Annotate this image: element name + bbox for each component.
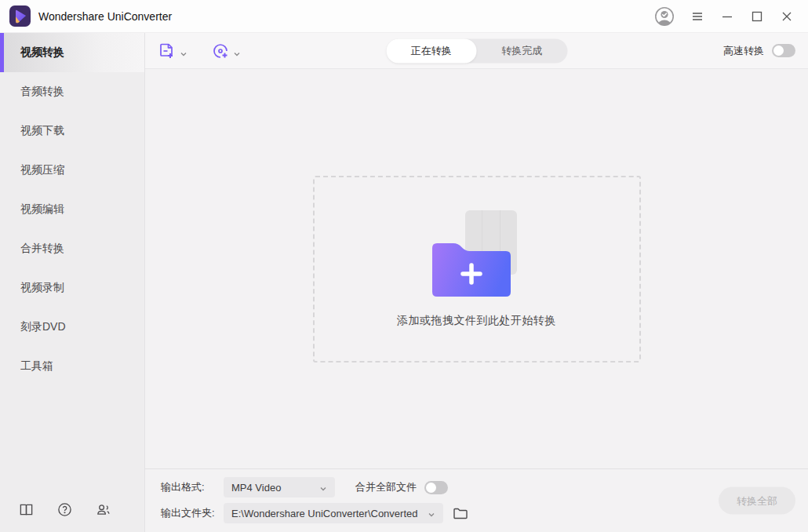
tab-converting[interactable]: 正在转换 (386, 38, 477, 63)
output-folder-label: 输出文件夹: (161, 506, 224, 520)
hamburger-menu-icon[interactable] (686, 5, 709, 28)
high-speed-label: 高速转换 (723, 44, 764, 58)
output-folder-value: E:\Wondershare UniConverter\Converted (231, 508, 418, 519)
merge-all-label: 合并全部文件 (355, 480, 417, 494)
sidebar-item-label: 视频压缩 (20, 163, 64, 177)
sidebar-item-label: 视频转换 (20, 46, 64, 60)
user-guide-book-icon[interactable] (19, 502, 34, 517)
dropzone-hint: 添加或拖拽文件到此处开始转换 (397, 314, 556, 328)
toggle-knob (773, 46, 784, 56)
conversion-tabs: 正在转换 转换完成 (386, 38, 567, 63)
high-speed-toggle[interactable] (772, 44, 795, 57)
folder-plus-graphic (432, 242, 511, 297)
chevron-down-icon (233, 47, 241, 55)
toolbar: 正在转换 转换完成 高速转换 (145, 33, 808, 69)
sidebar-item-label: 视频录制 (20, 281, 64, 295)
sidebar-item-label: 工具箱 (20, 359, 53, 373)
sidebar-item-audio-convert[interactable]: 音频转换 (0, 72, 144, 111)
convert-all-button[interactable]: 转换全部 (719, 487, 795, 515)
titlebar: Wondershare UniConverter (0, 0, 808, 33)
sidebar-item-merge-convert[interactable]: 合并转换 (0, 229, 144, 268)
app-logo-icon (9, 5, 31, 27)
open-folder-icon[interactable] (453, 505, 468, 521)
chevron-down-icon (180, 47, 187, 55)
output-format-select[interactable]: MP4 Video (224, 477, 335, 497)
file-dropzone[interactable]: 添加或拖拽文件到此处开始转换 (313, 176, 641, 363)
output-format-value: MP4 Video (231, 482, 281, 494)
main-content: 添加或拖拽文件到此处开始转换 (145, 69, 808, 468)
sidebar-item-video-convert[interactable]: 视频转换 (0, 33, 144, 72)
sidebar-item-toolbox[interactable]: 工具箱 (0, 347, 144, 386)
tab-label: 转换完成 (501, 44, 542, 58)
add-dvd-icon (211, 42, 230, 60)
merge-all-toggle[interactable] (424, 481, 448, 494)
add-dvd-button[interactable] (211, 42, 241, 60)
chevron-down-icon (319, 483, 327, 491)
tab-label: 正在转换 (411, 44, 452, 58)
tab-finished[interactable]: 转换完成 (477, 38, 568, 63)
sidebar-item-video-compress[interactable]: 视频压缩 (0, 151, 144, 190)
uniconverter-window: Wondershare UniConverter (0, 0, 808, 532)
window-title: Wondershare UniConverter (38, 10, 172, 23)
output-format-label: 输出格式: (161, 480, 224, 494)
sidebar-item-label: 视频下载 (20, 124, 64, 138)
help-icon[interactable] (57, 502, 72, 517)
toggle-knob (426, 483, 436, 493)
sidebar-item-video-edit[interactable]: 视频编辑 (0, 190, 144, 229)
sidebar: 视频转换 音频转换 视频下载 视频压缩 视频编辑 合并转换 视频录制 刻录DVD… (0, 33, 145, 532)
account-avatar-icon[interactable] (654, 6, 675, 27)
output-folder-select[interactable]: E:\Wondershare UniConverter\Converted (224, 503, 443, 523)
sidebar-item-screen-record[interactable]: 视频录制 (0, 268, 144, 308)
add-folder-icon (418, 210, 536, 297)
sidebar-item-label: 合并转换 (20, 242, 64, 256)
add-file-button[interactable] (158, 42, 187, 60)
sidebar-footer (0, 486, 144, 532)
sidebar-item-label: 视频编辑 (20, 202, 64, 217)
minimize-icon[interactable] (715, 5, 739, 28)
close-icon[interactable] (775, 5, 799, 28)
add-file-icon (158, 42, 177, 60)
maximize-icon[interactable] (745, 5, 769, 28)
sidebar-item-burn-dvd[interactable]: 刻录DVD (0, 308, 144, 347)
chevron-down-icon (428, 509, 435, 517)
output-settings-panel: 输出格式: MP4 Video 合并全部文件 输出文件夹: E:\Wonders… (145, 468, 808, 532)
sidebar-item-label: 音频转换 (20, 85, 64, 99)
sidebar-item-label: 刻录DVD (20, 320, 66, 334)
sidebar-item-video-download[interactable]: 视频下载 (0, 111, 144, 151)
community-icon[interactable] (96, 502, 111, 517)
